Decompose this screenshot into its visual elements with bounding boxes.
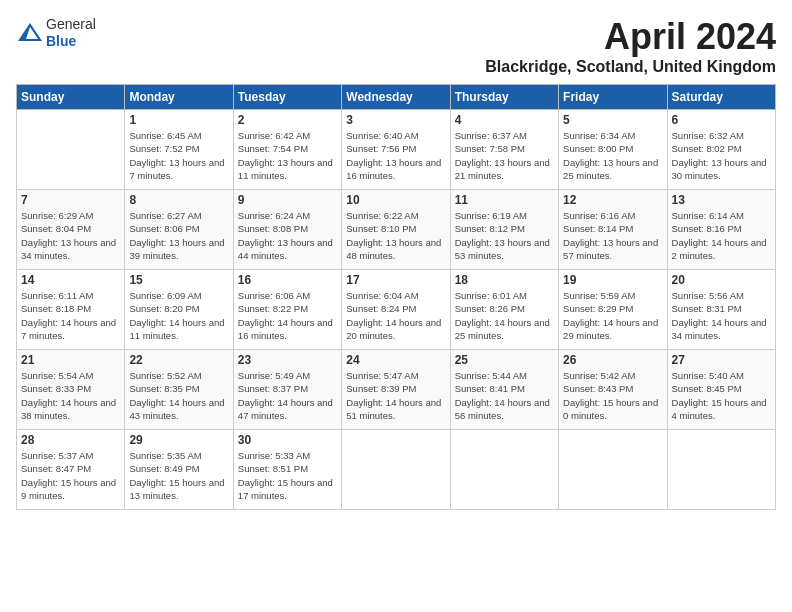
calendar-cell: 24Sunrise: 5:47 AMSunset: 8:39 PMDayligh… — [342, 350, 450, 430]
day-info: Sunrise: 6:45 AMSunset: 7:52 PMDaylight:… — [129, 129, 228, 182]
day-info: Sunrise: 6:34 AMSunset: 8:00 PMDaylight:… — [563, 129, 662, 182]
day-info: Sunrise: 5:52 AMSunset: 8:35 PMDaylight:… — [129, 369, 228, 422]
weekday-header-tuesday: Tuesday — [233, 85, 341, 110]
calendar-cell: 18Sunrise: 6:01 AMSunset: 8:26 PMDayligh… — [450, 270, 558, 350]
day-number: 18 — [455, 273, 554, 287]
day-number: 6 — [672, 113, 771, 127]
day-number: 15 — [129, 273, 228, 287]
day-number: 30 — [238, 433, 337, 447]
day-number: 25 — [455, 353, 554, 367]
calendar-cell — [17, 110, 125, 190]
calendar-cell: 22Sunrise: 5:52 AMSunset: 8:35 PMDayligh… — [125, 350, 233, 430]
day-number: 26 — [563, 353, 662, 367]
calendar-cell: 3Sunrise: 6:40 AMSunset: 7:56 PMDaylight… — [342, 110, 450, 190]
calendar-table: SundayMondayTuesdayWednesdayThursdayFrid… — [16, 84, 776, 510]
day-number: 19 — [563, 273, 662, 287]
logo-blue-text: Blue — [46, 33, 96, 50]
day-number: 10 — [346, 193, 445, 207]
logo: General Blue — [16, 16, 96, 50]
calendar-cell: 16Sunrise: 6:06 AMSunset: 8:22 PMDayligh… — [233, 270, 341, 350]
day-info: Sunrise: 6:11 AMSunset: 8:18 PMDaylight:… — [21, 289, 120, 342]
calendar-cell: 30Sunrise: 5:33 AMSunset: 8:51 PMDayligh… — [233, 430, 341, 510]
day-number: 3 — [346, 113, 445, 127]
calendar-cell: 8Sunrise: 6:27 AMSunset: 8:06 PMDaylight… — [125, 190, 233, 270]
calendar-cell: 28Sunrise: 5:37 AMSunset: 8:47 PMDayligh… — [17, 430, 125, 510]
day-info: Sunrise: 5:54 AMSunset: 8:33 PMDaylight:… — [21, 369, 120, 422]
calendar-week-3: 14Sunrise: 6:11 AMSunset: 8:18 PMDayligh… — [17, 270, 776, 350]
calendar-cell — [667, 430, 775, 510]
calendar-cell — [559, 430, 667, 510]
day-info: Sunrise: 5:47 AMSunset: 8:39 PMDaylight:… — [346, 369, 445, 422]
calendar-cell: 13Sunrise: 6:14 AMSunset: 8:16 PMDayligh… — [667, 190, 775, 270]
day-info: Sunrise: 5:42 AMSunset: 8:43 PMDaylight:… — [563, 369, 662, 422]
day-number: 12 — [563, 193, 662, 207]
day-info: Sunrise: 5:59 AMSunset: 8:29 PMDaylight:… — [563, 289, 662, 342]
day-number: 1 — [129, 113, 228, 127]
day-info: Sunrise: 5:44 AMSunset: 8:41 PMDaylight:… — [455, 369, 554, 422]
calendar-cell: 11Sunrise: 6:19 AMSunset: 8:12 PMDayligh… — [450, 190, 558, 270]
day-info: Sunrise: 6:19 AMSunset: 8:12 PMDaylight:… — [455, 209, 554, 262]
day-number: 21 — [21, 353, 120, 367]
calendar-body: 1Sunrise: 6:45 AMSunset: 7:52 PMDaylight… — [17, 110, 776, 510]
calendar-cell: 29Sunrise: 5:35 AMSunset: 8:49 PMDayligh… — [125, 430, 233, 510]
day-number: 29 — [129, 433, 228, 447]
calendar-cell: 15Sunrise: 6:09 AMSunset: 8:20 PMDayligh… — [125, 270, 233, 350]
calendar-cell: 7Sunrise: 6:29 AMSunset: 8:04 PMDaylight… — [17, 190, 125, 270]
day-info: Sunrise: 5:40 AMSunset: 8:45 PMDaylight:… — [672, 369, 771, 422]
day-info: Sunrise: 6:06 AMSunset: 8:22 PMDaylight:… — [238, 289, 337, 342]
day-info: Sunrise: 5:56 AMSunset: 8:31 PMDaylight:… — [672, 289, 771, 342]
day-info: Sunrise: 6:27 AMSunset: 8:06 PMDaylight:… — [129, 209, 228, 262]
calendar-cell: 2Sunrise: 6:42 AMSunset: 7:54 PMDaylight… — [233, 110, 341, 190]
calendar-cell: 23Sunrise: 5:49 AMSunset: 8:37 PMDayligh… — [233, 350, 341, 430]
day-info: Sunrise: 5:37 AMSunset: 8:47 PMDaylight:… — [21, 449, 120, 502]
day-info: Sunrise: 6:22 AMSunset: 8:10 PMDaylight:… — [346, 209, 445, 262]
day-info: Sunrise: 6:42 AMSunset: 7:54 PMDaylight:… — [238, 129, 337, 182]
day-number: 8 — [129, 193, 228, 207]
weekday-header-monday: Monday — [125, 85, 233, 110]
day-info: Sunrise: 6:24 AMSunset: 8:08 PMDaylight:… — [238, 209, 337, 262]
calendar-cell: 21Sunrise: 5:54 AMSunset: 8:33 PMDayligh… — [17, 350, 125, 430]
day-number: 28 — [21, 433, 120, 447]
calendar-cell: 12Sunrise: 6:16 AMSunset: 8:14 PMDayligh… — [559, 190, 667, 270]
day-info: Sunrise: 6:09 AMSunset: 8:20 PMDaylight:… — [129, 289, 228, 342]
day-number: 24 — [346, 353, 445, 367]
day-number: 11 — [455, 193, 554, 207]
calendar-cell: 5Sunrise: 6:34 AMSunset: 8:00 PMDaylight… — [559, 110, 667, 190]
calendar-week-4: 21Sunrise: 5:54 AMSunset: 8:33 PMDayligh… — [17, 350, 776, 430]
title-area: April 2024 Blackridge, Scotland, United … — [485, 16, 776, 76]
calendar-cell: 1Sunrise: 6:45 AMSunset: 7:52 PMDaylight… — [125, 110, 233, 190]
day-info: Sunrise: 6:14 AMSunset: 8:16 PMDaylight:… — [672, 209, 771, 262]
calendar-cell: 17Sunrise: 6:04 AMSunset: 8:24 PMDayligh… — [342, 270, 450, 350]
day-number: 4 — [455, 113, 554, 127]
calendar-cell: 27Sunrise: 5:40 AMSunset: 8:45 PMDayligh… — [667, 350, 775, 430]
day-info: Sunrise: 6:16 AMSunset: 8:14 PMDaylight:… — [563, 209, 662, 262]
weekday-header-wednesday: Wednesday — [342, 85, 450, 110]
day-info: Sunrise: 5:49 AMSunset: 8:37 PMDaylight:… — [238, 369, 337, 422]
location-title: Blackridge, Scotland, United Kingdom — [485, 58, 776, 76]
calendar-cell: 4Sunrise: 6:37 AMSunset: 7:58 PMDaylight… — [450, 110, 558, 190]
day-number: 20 — [672, 273, 771, 287]
page-header: General Blue April 2024 Blackridge, Scot… — [16, 16, 776, 76]
calendar-cell: 26Sunrise: 5:42 AMSunset: 8:43 PMDayligh… — [559, 350, 667, 430]
day-info: Sunrise: 6:32 AMSunset: 8:02 PMDaylight:… — [672, 129, 771, 182]
weekday-header-row: SundayMondayTuesdayWednesdayThursdayFrid… — [17, 85, 776, 110]
day-number: 16 — [238, 273, 337, 287]
calendar-week-2: 7Sunrise: 6:29 AMSunset: 8:04 PMDaylight… — [17, 190, 776, 270]
calendar-cell: 14Sunrise: 6:11 AMSunset: 8:18 PMDayligh… — [17, 270, 125, 350]
calendar-cell: 25Sunrise: 5:44 AMSunset: 8:41 PMDayligh… — [450, 350, 558, 430]
day-info: Sunrise: 6:40 AMSunset: 7:56 PMDaylight:… — [346, 129, 445, 182]
logo-icon — [16, 21, 44, 45]
weekday-header-thursday: Thursday — [450, 85, 558, 110]
day-info: Sunrise: 5:35 AMSunset: 8:49 PMDaylight:… — [129, 449, 228, 502]
day-number: 27 — [672, 353, 771, 367]
calendar-week-5: 28Sunrise: 5:37 AMSunset: 8:47 PMDayligh… — [17, 430, 776, 510]
calendar-cell: 6Sunrise: 6:32 AMSunset: 8:02 PMDaylight… — [667, 110, 775, 190]
calendar-week-1: 1Sunrise: 6:45 AMSunset: 7:52 PMDaylight… — [17, 110, 776, 190]
logo-general-text: General — [46, 16, 96, 33]
calendar-cell — [450, 430, 558, 510]
day-info: Sunrise: 6:01 AMSunset: 8:26 PMDaylight:… — [455, 289, 554, 342]
day-number: 23 — [238, 353, 337, 367]
calendar-cell: 10Sunrise: 6:22 AMSunset: 8:10 PMDayligh… — [342, 190, 450, 270]
day-number: 17 — [346, 273, 445, 287]
month-title: April 2024 — [485, 16, 776, 58]
